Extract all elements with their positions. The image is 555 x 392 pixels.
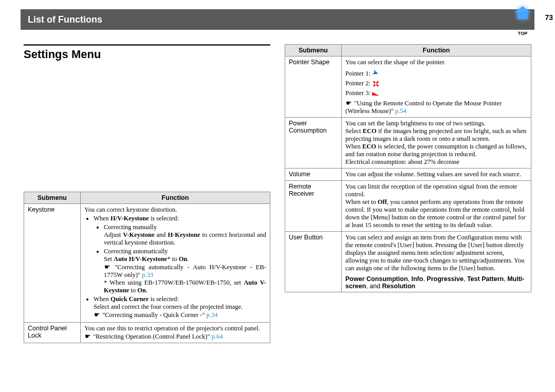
- remote-l2: When set to Off, you cannot perform any …: [345, 198, 527, 229]
- th-function-right: Function: [342, 45, 531, 57]
- cell-remote-func: You can limit the reception of the opera…: [342, 181, 531, 232]
- left-table: Submenu Function Keystone You can correc…: [24, 192, 270, 343]
- cell-power-name: Power Consump­tion: [285, 118, 342, 169]
- pointer2-row: Pointer 2:: [345, 80, 527, 87]
- th-submenu-left: Submenu: [24, 192, 81, 204]
- user-l1: You can select and assign an item from t…: [345, 234, 527, 272]
- link-p34[interactable]: p.34: [207, 311, 218, 319]
- keystone-manual-detail: Adjust V-Keystone and H-Keystone to corr…: [104, 231, 266, 247]
- row-power-consumption: Power Consump­tion You can set the lamp …: [285, 118, 531, 169]
- power-l3: When ECO is selected, the power consumpt…: [345, 143, 527, 158]
- keystone-correct-auto: Correcting automatically Set Auto H/V-Ke…: [104, 248, 266, 294]
- pointer3-icon: [372, 92, 379, 96]
- cell-power-func: You can set the lamp brightness to one o…: [342, 118, 531, 169]
- row-user-button: User Button You can select and assign an…: [285, 232, 531, 292]
- row-keystone: Keystone You can correct keystone distor…: [24, 204, 270, 323]
- pointer1-row: Pointer 1: ➤: [345, 68, 527, 78]
- keystone-qc-detail: Select and correct the four corners of t…: [94, 303, 266, 311]
- cell-cpl-func: You can use this to restrict operation o…: [81, 323, 270, 343]
- top-home-icon[interactable]: TOP: [513, 7, 532, 27]
- cell-keystone-name: Keystone: [24, 204, 81, 323]
- power-l2: Select ECO if the images being projected…: [345, 127, 527, 143]
- cell-keystone-func: You can correct keystone distortion. Whe…: [81, 204, 270, 323]
- row-pointer-shape: Pointer Shape You can select the shape o…: [285, 57, 531, 118]
- cell-user-name: User Button: [285, 232, 342, 292]
- row-remote-receiver: Remote Receiver You can limit the recept…: [285, 181, 531, 232]
- cpl-intro: You can use this to restrict operation o…: [84, 325, 266, 332]
- pointer-hand-icon: ☛: [94, 311, 101, 319]
- pointer-intro: You can select the shape of the pointer.: [345, 59, 527, 66]
- left-blank-space: [24, 68, 270, 192]
- row-volume: Volume You can adjust the volume. Settin…: [285, 169, 531, 181]
- cell-pointer-name: Pointer Shape: [285, 57, 342, 118]
- row-control-panel-lock: Control Panel Lock You can use this to r…: [24, 323, 270, 343]
- right-table: Submenu Function Pointer Shape You can s…: [285, 44, 531, 292]
- keystone-auto-set: Set Auto H/V-Keystone* to On.: [104, 255, 266, 263]
- th-function-left: Function: [81, 192, 270, 204]
- pointer-hand-icon: ☛: [345, 99, 353, 107]
- section-rule: [24, 44, 270, 46]
- right-column: Submenu Function Pointer Shape You can s…: [285, 44, 531, 343]
- pointer-hand-icon: ☛: [104, 263, 111, 271]
- link-p64[interactable]: p.64: [212, 333, 223, 340]
- content-columns: Settings Menu Submenu Function Keystone …: [0, 44, 555, 343]
- power-l4: Electrical consumption: about 27% decrea…: [345, 158, 527, 166]
- pointer1-icon: ➤: [371, 67, 380, 78]
- user-l2: Power Consumption, Info, Progressive, Te…: [345, 275, 527, 290]
- keystone-hv-item: When H/V-Keystone is selected: Correctin…: [94, 215, 266, 294]
- pointer2-icon: [372, 80, 379, 87]
- keystone-correct-manual: Correcting manually Adjust V-Keystone an…: [104, 223, 266, 247]
- keystone-auto-ref: ☛ "Correcting automatically - Auto H/V-K…: [104, 263, 266, 279]
- keystone-qc-ref: ☛ "Correcting manually - Quick Corner -"…: [94, 311, 266, 319]
- keystone-auto-note: * When using EB-1770W/EB-1760W/EB-1750, …: [104, 279, 266, 294]
- pointer-ref: ☛ "Using the Remote Control to Operate t…: [345, 99, 527, 115]
- cpl-ref: ☛ "Restricting Operation (Control Panel …: [84, 332, 266, 341]
- cell-user-func: You can select and assign an item from t…: [342, 232, 531, 292]
- top-home-label: TOP: [513, 31, 532, 36]
- header-bar: List of Functions TOP 73: [21, 9, 534, 30]
- cell-remote-name: Remote Receiver: [285, 181, 342, 232]
- header-title: List of Functions: [28, 14, 102, 25]
- cell-volume-name: Volume: [285, 169, 342, 181]
- pointer3-row: Pointer 3:: [345, 89, 527, 97]
- keystone-intro: You can correct keystone distortion.: [84, 206, 266, 214]
- cell-volume-func: You can adjust the volume. Setting value…: [342, 169, 531, 181]
- pointer-hand-icon: ☛: [84, 332, 91, 341]
- keystone-qc-item: When Quick Corner is selected: Select an…: [94, 295, 266, 319]
- page-number: 73: [545, 13, 553, 22]
- cell-cpl-name: Control Panel Lock: [24, 323, 81, 343]
- power-l1: You can set the lamp brightness to one o…: [345, 120, 527, 127]
- section-title: Settings Menu: [24, 48, 270, 61]
- th-submenu-right: Submenu: [285, 45, 342, 57]
- cell-pointer-func: You can select the shape of the pointer.…: [342, 57, 531, 118]
- remote-l1: You can limit the reception of the opera…: [345, 183, 527, 198]
- link-p54[interactable]: p.54: [395, 107, 406, 115]
- link-p33[interactable]: p.33: [142, 271, 153, 278]
- left-column: Settings Menu Submenu Function Keystone …: [24, 44, 270, 343]
